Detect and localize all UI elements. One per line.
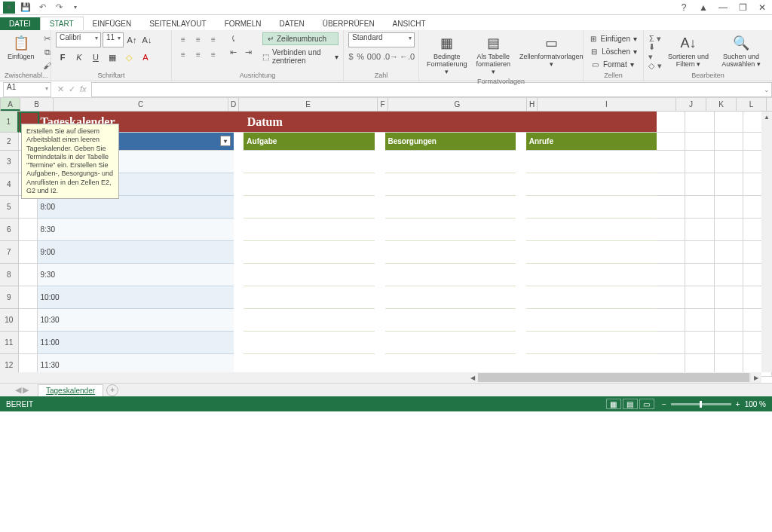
expand-formula-bar-icon[interactable]: ⌄	[761, 82, 772, 97]
align-top-icon[interactable]: ≡	[176, 32, 190, 46]
cell[interactable]	[244, 219, 375, 241]
increase-indent-icon[interactable]: ⇥	[241, 46, 255, 58]
cell[interactable]	[715, 286, 743, 309]
cell[interactable]	[715, 173, 743, 196]
cell[interactable]	[657, 332, 685, 354]
cell[interactable]	[244, 241, 375, 264]
cell[interactable]: 8:30	[38, 219, 234, 241]
sort-filter-button[interactable]: A↓ Sortieren und Filtern ▾	[665, 32, 712, 70]
tab-data[interactable]: DATEN	[271, 17, 314, 30]
cell[interactable]: Datum	[244, 112, 375, 133]
cell[interactable]	[19, 196, 38, 219]
cell[interactable]	[526, 151, 657, 173]
decrease-font-icon[interactable]: A↓	[140, 33, 154, 47]
cell[interactable]	[244, 151, 375, 173]
cell[interactable]	[244, 196, 375, 219]
cell[interactable]	[375, 112, 657, 133]
cell[interactable]	[685, 112, 714, 133]
hscroll-thumb[interactable]	[478, 373, 749, 382]
font-size-combo[interactable]: 11	[103, 32, 124, 47]
cell[interactable]	[375, 151, 385, 173]
cell[interactable]	[244, 173, 375, 196]
cell[interactable]	[385, 332, 516, 354]
cell[interactable]	[516, 286, 526, 309]
row-header-9[interactable]: 9	[0, 286, 19, 309]
col-header-E[interactable]: E	[239, 98, 378, 111]
cell[interactable]	[19, 309, 38, 332]
cell[interactable]	[685, 286, 714, 309]
col-header-J[interactable]: J	[676, 98, 706, 111]
find-select-button[interactable]: 🔍 Suchen und Auswählen ▾	[715, 32, 767, 70]
row-header-2[interactable]: 2	[0, 133, 19, 151]
maximize-icon[interactable]: ❐	[736, 2, 749, 13]
cell[interactable]	[516, 196, 526, 219]
cell[interactable]	[715, 133, 743, 151]
cell[interactable]	[526, 241, 657, 264]
cell[interactable]	[244, 309, 375, 332]
col-header-A[interactable]: A	[1, 98, 20, 111]
fx-icon[interactable]: fx	[80, 84, 87, 94]
cell[interactable]	[657, 219, 685, 241]
cell[interactable]	[244, 286, 375, 309]
conditional-formatting-button[interactable]: ▦ Bedingte Formatierung ▾	[424, 32, 470, 78]
col-header-M[interactable]: M	[767, 98, 772, 111]
cell[interactable]	[685, 264, 714, 286]
delete-cells-button[interactable]: ⊟Löschen ▾	[588, 45, 639, 57]
cell[interactable]: 8:00	[38, 196, 234, 219]
fill-icon[interactable]: ⬇ ▾	[648, 46, 662, 58]
row-header-1[interactable]: 1	[0, 112, 19, 133]
col-header-L[interactable]: L	[737, 98, 767, 111]
cell[interactable]	[657, 133, 685, 151]
cancel-formula-icon[interactable]: ✕	[57, 84, 64, 94]
clear-icon[interactable]: ◇ ▾	[648, 60, 662, 72]
tab-home[interactable]: START	[40, 17, 84, 30]
sheet-tab-tageskalender[interactable]: Tageskalender	[38, 384, 103, 396]
sheet-nav-next-icon[interactable]: ▶	[23, 385, 29, 395]
cell[interactable]	[19, 286, 38, 309]
border-icon[interactable]: ▦	[106, 50, 119, 64]
cell[interactable]	[685, 196, 714, 219]
cell[interactable]	[685, 309, 714, 332]
thousands-icon[interactable]: 000	[367, 50, 381, 63]
name-box[interactable]: A1	[3, 82, 51, 97]
cell[interactable]	[19, 264, 38, 286]
cell[interactable]	[685, 151, 714, 173]
vertical-scrollbar[interactable]: ▲	[761, 112, 772, 372]
align-center-icon[interactable]: ≡	[191, 47, 205, 61]
cell[interactable]	[234, 196, 244, 219]
cell[interactable]	[19, 219, 38, 241]
cell[interactable]	[234, 332, 244, 354]
col-header-B[interactable]: B	[20, 98, 54, 111]
row-header-6[interactable]: 6	[0, 219, 19, 241]
cell[interactable]	[234, 151, 244, 173]
close-icon[interactable]: ✕	[755, 2, 769, 13]
col-header-C[interactable]: C	[54, 98, 228, 111]
cell[interactable]	[385, 264, 516, 286]
scroll-up-icon[interactable]: ▲	[761, 112, 772, 122]
redo-icon[interactable]: ↷	[53, 2, 65, 14]
underline-button[interactable]: U	[89, 50, 103, 64]
cell[interactable]	[715, 151, 743, 173]
align-middle-icon[interactable]: ≡	[191, 32, 205, 46]
cell[interactable]	[526, 309, 657, 332]
cell[interactable]	[385, 173, 516, 196]
cell[interactable]	[375, 264, 385, 286]
format-cells-button[interactable]: ▭Format ▾	[588, 58, 639, 70]
row-header-4[interactable]: 4	[0, 173, 19, 196]
cell[interactable]	[657, 241, 685, 264]
cell[interactable]	[657, 196, 685, 219]
align-right-icon[interactable]: ≡	[207, 47, 220, 61]
cell[interactable]	[715, 112, 743, 133]
normal-view-icon[interactable]: ▦	[606, 399, 621, 409]
cell[interactable]	[685, 332, 714, 354]
tab-file[interactable]: DATEI	[0, 17, 40, 30]
cell[interactable]	[234, 112, 244, 133]
scroll-right-icon[interactable]: ▶	[751, 372, 761, 383]
cell[interactable]	[375, 173, 385, 196]
col-header-I[interactable]: I	[538, 98, 676, 111]
ribbon-toggle-icon[interactable]: ▲	[697, 2, 710, 13]
wrap-text-button[interactable]: ↵Zeilenumbruch	[262, 32, 339, 45]
merge-center-button[interactable]: ⬚Verbinden und zentrieren ▾	[262, 48, 339, 65]
page-layout-view-icon[interactable]: ▤	[623, 399, 638, 409]
cell[interactable]	[234, 241, 244, 264]
